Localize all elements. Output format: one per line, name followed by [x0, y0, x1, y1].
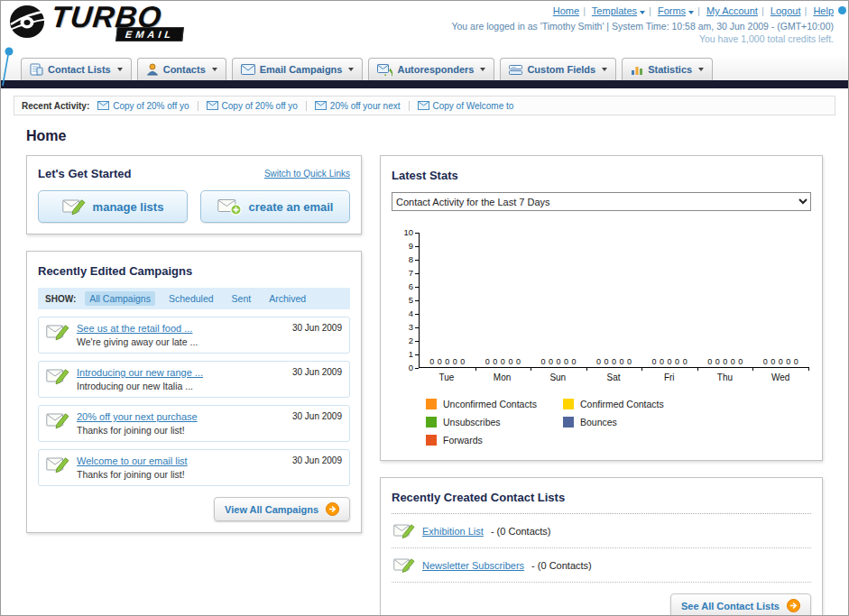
nav-templates-link[interactable]: Templates: [592, 5, 645, 16]
campaign-subtitle: We're giving away our late ...: [77, 336, 198, 347]
left-column: Let's Get Started Switch to Quick Links …: [26, 155, 362, 533]
legend-label: Confirmed Contacts: [580, 399, 664, 409]
nav-home-link[interactable]: Home: [553, 5, 579, 16]
contact-list-count: - (0 Contacts): [531, 560, 592, 571]
nav-help-link[interactable]: Help: [813, 5, 834, 16]
switch-quick-links-link[interactable]: Switch to Quick Links: [264, 169, 350, 179]
latest-stats-title: Latest Stats: [392, 169, 458, 182]
edit-list-icon: [393, 556, 415, 574]
nav-forms-link[interactable]: Forms: [658, 5, 694, 16]
arrow-right-icon: [326, 502, 339, 516]
recent-activity-link[interactable]: Copy of Welcome to: [433, 101, 514, 111]
chevron-down-icon: [602, 68, 607, 71]
chart-x-axis: TueMonSunSatFriThuWed: [419, 372, 808, 382]
see-all-contact-lists-button[interactable]: See All Contact Lists: [670, 593, 811, 616]
chart-day-group: 00000: [697, 233, 753, 367]
y-axis-label: 9: [409, 242, 419, 251]
bar-value-label: 0: [596, 357, 601, 366]
bar-value-label: 0: [738, 357, 743, 366]
arrow-right-icon: [787, 599, 800, 612]
campaign-title-link[interactable]: 20% off your next purchase: [77, 411, 198, 422]
autoresponders-icon: [377, 64, 392, 76]
stats-filter-select[interactable]: Contact Activity for the Last 7 Days: [392, 192, 811, 211]
edit-list-icon: [62, 198, 86, 216]
tab-contact-lists[interactable]: Contact Lists: [21, 58, 132, 80]
bar-value-label: 0: [794, 357, 798, 366]
envelope-icon: [97, 101, 109, 110]
contact-list-link[interactable]: Exhibition List: [422, 526, 484, 537]
legend-item: Forwards: [426, 435, 563, 446]
recent-activity-item[interactable]: Copy of 20% off yo: [97, 101, 198, 111]
contact-list-count: - (0 Contacts): [491, 526, 551, 537]
nav-my-account-link[interactable]: My Account: [706, 5, 758, 16]
campaign-date: 30 Jun 2009: [292, 323, 342, 333]
tab-custom-fields[interactable]: Custom Fields: [500, 58, 616, 80]
chart-plot: 00000000000000000000000000000000000: [419, 233, 808, 368]
legend-item: Confirmed Contacts: [563, 399, 700, 409]
create-email-button[interactable]: create an email: [200, 190, 350, 223]
tab-contacts[interactable]: Contacts: [137, 58, 226, 80]
contact-list-item[interactable]: Exhibition List - (0 Contacts): [392, 514, 811, 548]
tab-all-campaigns[interactable]: All Campaigns: [85, 291, 155, 306]
nav-logout-link[interactable]: Logout: [771, 5, 801, 16]
tab-sent[interactable]: Sent: [227, 291, 256, 306]
manage-lists-label: manage lists: [93, 200, 164, 214]
decor-corner-dot: [838, 6, 846, 14]
campaign-row[interactable]: Introducing our new range ... Introducin…: [38, 361, 350, 398]
header-right: Home| Templates| Forms| My Account| Logo…: [451, 5, 834, 44]
view-all-campaigns-button[interactable]: View All Campaigns: [214, 497, 350, 521]
bar-value-label: 0: [763, 357, 768, 366]
legend-swatch: [563, 399, 574, 409]
bar-value-label: 0: [485, 357, 490, 366]
tab-label: Contact Lists: [48, 64, 111, 75]
x-axis-label: Tue: [419, 372, 475, 382]
nav-divider-bar: [1, 80, 848, 88]
email-campaigns-icon: [241, 64, 255, 75]
envelope-icon: [207, 101, 218, 110]
tab-autoresponders[interactable]: Autoresponders: [368, 58, 494, 80]
turbo-email-logo[interactable]: TURBO EMAIL: [8, 3, 183, 41]
legend-label: Unconfirmed Contacts: [443, 399, 537, 409]
campaign-title-link[interactable]: Introducing our new range ...: [77, 367, 203, 378]
tab-email-campaigns[interactable]: Email Campaigns: [232, 58, 364, 80]
show-label: SHOW:: [45, 294, 76, 304]
recent-activity-label: Recent Activity:: [22, 101, 89, 111]
x-axis-label: Sun: [530, 372, 586, 382]
recent-contact-lists-title: Recently Created Contact Lists: [392, 491, 565, 504]
contact-list-item[interactable]: Newsletter Subscribers - (0 Contacts): [392, 548, 811, 583]
tab-archived[interactable]: Archived: [264, 291, 310, 306]
campaign-title-link[interactable]: Welcome to our email list: [77, 455, 188, 466]
chart-day-group: 00000: [641, 233, 697, 367]
tab-label: Autoresponders: [397, 64, 474, 75]
latest-stats-panel: Latest Stats Contact Activity for the La…: [380, 155, 823, 461]
bar-value-label: 0: [660, 357, 664, 366]
chart-day-group: 00000: [475, 233, 531, 367]
recent-activity-link[interactable]: Copy of 20% off yo: [222, 101, 298, 111]
recent-activity-link[interactable]: Copy of 20% off yo: [113, 101, 189, 111]
recent-activity-item[interactable]: Copy of Welcome to: [418, 101, 522, 111]
tab-scheduled[interactable]: Scheduled: [164, 291, 218, 306]
bar-value-label: 0: [604, 357, 609, 366]
credits-info: You have 1,000 total credits left.: [451, 33, 834, 44]
recent-activity-item[interactable]: 20% off your next: [315, 101, 410, 111]
recent-activity-item[interactable]: Copy of 20% off yo: [207, 101, 307, 111]
tab-label: Email Campaigns: [260, 64, 343, 75]
campaign-subtitle: Thanks for joining our list!: [77, 425, 198, 436]
recent-activity-link[interactable]: 20% off your next: [330, 101, 401, 111]
nav-separator: |: [649, 5, 651, 16]
legend-swatch: [426, 435, 437, 446]
chevron-down-icon: [212, 68, 217, 71]
campaign-row[interactable]: 20% off your next purchase Thanks for jo…: [38, 405, 350, 442]
legend-item: Bounces: [563, 417, 700, 428]
contact-list-link[interactable]: Newsletter Subscribers: [422, 560, 524, 571]
bar-value-label: 0: [445, 357, 449, 366]
recent-campaigns-panel: Recently Edited Campaigns SHOW: All Camp…: [26, 251, 362, 533]
campaign-row[interactable]: Welcome to our email list Thanks for joi…: [38, 449, 350, 486]
campaign-row[interactable]: See us at the retail food ... We're givi…: [38, 317, 350, 354]
manage-lists-button[interactable]: manage lists: [38, 190, 188, 223]
bar-value-label: 0: [683, 357, 688, 366]
campaign-title-link[interactable]: See us at the retail food ...: [77, 323, 198, 334]
chart-day-group: 00000: [586, 233, 642, 367]
tab-statistics[interactable]: Statistics: [622, 58, 713, 80]
bar-value-label: 0: [508, 357, 512, 366]
